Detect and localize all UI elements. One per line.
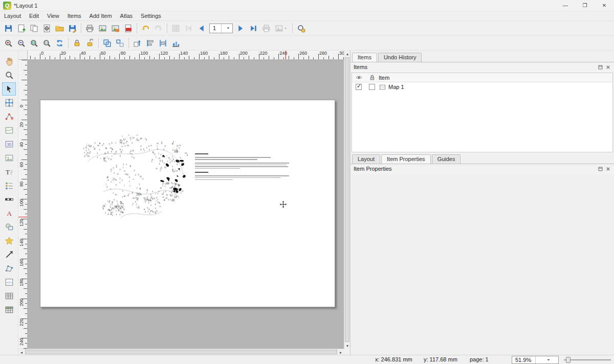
text-item[interactable] [195, 153, 292, 181]
add-items-from-template-button[interactable] [53, 22, 66, 35]
zoom-slider-handle[interactable] [566, 357, 571, 363]
export-pdf-button[interactable] [122, 22, 135, 35]
print-atlas-button[interactable] [260, 22, 273, 35]
add-arrow-button[interactable] [2, 248, 16, 261]
unlock-items-button[interactable] [83, 37, 96, 50]
edit-nodes-item-button[interactable] [2, 110, 16, 123]
resize-items-button[interactable] [169, 37, 182, 50]
item-visibility-checkbox[interactable] [356, 84, 362, 90]
add-map-button[interactable] [2, 124, 16, 137]
align-items-button[interactable] [144, 37, 157, 50]
pan-tool-button[interactable] [2, 55, 16, 68]
previous-feature-button[interactable] [195, 22, 208, 35]
minimize-button[interactable]: — [556, 0, 575, 11]
float-panel-icon[interactable] [598, 166, 603, 172]
menu-atlas[interactable]: Atlas [116, 12, 137, 20]
zoom-dropdown-button[interactable] [535, 356, 559, 363]
svg-text:8: 8 [140, 149, 141, 151]
add-attribute-table-button[interactable] [2, 289, 16, 303]
item-lock-checkbox[interactable] [369, 84, 375, 90]
close-button[interactable]: ✕ [595, 0, 614, 11]
layout-manager-button[interactable] [40, 22, 53, 35]
add-picture-button[interactable] [2, 151, 16, 165]
duplicate-layout-button[interactable] [28, 22, 40, 35]
add-node-item-button[interactable] [2, 262, 16, 275]
svg-text:2: 2 [105, 153, 106, 155]
maximize-button[interactable]: ❐ [575, 0, 595, 11]
next-feature-button[interactable] [234, 22, 247, 35]
map-item[interactable]: 3103971141241112538541012811393111410211… [72, 131, 190, 233]
zoom-tool-button[interactable] [2, 69, 16, 82]
add-attribute-table-icon [5, 291, 14, 301]
ungroup-items-button[interactable] [114, 37, 126, 50]
menu-settings[interactable]: Settings [137, 12, 165, 20]
menu-add-item[interactable]: Add Item [85, 12, 116, 20]
atlas-page-spinbox[interactable]: 1 [209, 24, 233, 33]
export-svg-button[interactable] [109, 22, 122, 35]
zoom-slider[interactable] [564, 355, 611, 364]
first-feature-button[interactable] [182, 22, 195, 35]
close-panel-icon[interactable] [605, 64, 611, 70]
add-legend-button[interactable] [2, 179, 16, 192]
spinbox-dropdown-button[interactable] [221, 24, 233, 33]
add-3d-map-button[interactable] [2, 138, 16, 151]
export-atlas-button[interactable] [273, 22, 290, 35]
zoom-combobox[interactable]: 51.9% [512, 356, 559, 364]
scroll-down-arrow[interactable]: ▾ [344, 343, 350, 349]
vertical-scroll-thumb[interactable] [345, 57, 349, 342]
vertical-scrollbar[interactable]: ▴ ▾ [344, 51, 350, 349]
add-fixed-table-button[interactable] [2, 303, 16, 316]
float-panel-icon[interactable] [598, 64, 603, 70]
refresh-view-button[interactable] [53, 37, 66, 50]
preview-atlas-button[interactable] [169, 22, 182, 35]
add-shape-button[interactable] [2, 220, 16, 234]
redo-button[interactable] [152, 22, 165, 35]
ruler-tick [24, 189, 27, 190]
svg-text:1: 1 [156, 200, 157, 202]
last-feature-button[interactable] [247, 22, 260, 35]
distribute-items-button[interactable] [157, 37, 169, 50]
export-image-button[interactable] [96, 22, 109, 35]
undo-button[interactable] [139, 22, 152, 35]
add-html-button[interactable] [2, 276, 16, 289]
zoom-actual-size-button[interactable] [40, 37, 53, 50]
scroll-up-arrow[interactable]: ▴ [344, 51, 350, 57]
svg-text:4: 4 [160, 170, 161, 172]
tab-undo-history[interactable]: Undo History [378, 53, 422, 62]
add-marker-button[interactable] [2, 234, 16, 247]
horizontal-scrollbar[interactable]: ◂ ▸ [18, 349, 344, 355]
tab-items[interactable]: Items [352, 53, 377, 62]
new-layout-button[interactable] [15, 22, 28, 35]
save-project-button[interactable] [2, 22, 15, 35]
close-panel-icon[interactable] [605, 166, 611, 172]
add-scalebar-button[interactable] [2, 193, 16, 206]
add-north-arrow-button[interactable] [2, 207, 16, 220]
add-north-arrow-icon [5, 209, 14, 218]
select-move-item-button[interactable] [2, 82, 16, 96]
zoom-full-button[interactable] [28, 37, 40, 50]
tab-layout[interactable]: Layout [352, 154, 380, 164]
layout-page[interactable]: 3103971141241112538541012811393111410211… [40, 100, 335, 307]
print-button[interactable] [83, 22, 96, 35]
zoom-in-button[interactable] [2, 37, 15, 50]
menu-layout[interactable]: Layout [0, 12, 25, 20]
tab-item-properties[interactable]: Item Properties [381, 154, 431, 164]
move-item-content-button[interactable] [2, 96, 16, 109]
group-items-button[interactable] [101, 37, 114, 50]
save-as-template-button[interactable] [66, 22, 79, 35]
items-list-row[interactable]: Map 1 [352, 82, 612, 92]
lock-items-button[interactable] [71, 37, 83, 50]
atlas-settings-button[interactable] [295, 22, 308, 35]
menu-view[interactable]: View [43, 12, 63, 20]
menu-edit[interactable]: Edit [25, 12, 43, 20]
horizontal-ruler[interactable]: 0204060801001201401601802002202402602803… [28, 51, 344, 60]
ruler-tick [294, 57, 294, 59]
vertical-ruler[interactable]: 020406080100120140160180200220240 [18, 60, 28, 349]
menu-items[interactable]: Items [63, 12, 85, 20]
tab-guides[interactable]: Guides [432, 154, 461, 164]
horizontal-scroll-thumb[interactable] [25, 350, 337, 354]
raise-items-button[interactable] [131, 37, 144, 50]
zoom-out-button[interactable] [15, 37, 28, 50]
add-label-button[interactable] [2, 165, 16, 178]
layout-view[interactable]: 3103971141241112538541012811393111410211… [28, 60, 344, 349]
